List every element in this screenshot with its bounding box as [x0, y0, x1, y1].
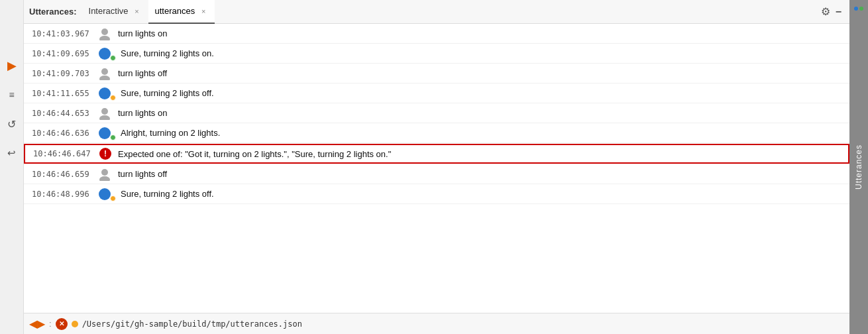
user-avatar: [98, 67, 111, 80]
tab-interactive[interactable]: Interactive ×: [82, 0, 148, 24]
blue-dot: [854, 7, 858, 11]
svg-point-5: [99, 87, 111, 99]
tab-interactive-close[interactable]: ×: [133, 7, 142, 16]
utterances-label: Utterances:: [29, 7, 77, 17]
tab-interactive-label: Interactive: [89, 6, 129, 16]
utterance-row: 10:46:44.653 turn lights on: [24, 103, 849, 123]
message-text: turn lights on: [118, 28, 167, 38]
timestamp: 10:41:03.967: [32, 29, 91, 38]
back-button[interactable]: ↩: [3, 144, 21, 162]
user-avatar: [98, 107, 111, 120]
tab-utterances[interactable]: utterances ×: [148, 0, 215, 24]
svg-point-8: [99, 127, 111, 139]
utterance-row: 10:46:46.636 Alright, turning on 2 light…: [24, 123, 849, 143]
svg-point-7: [99, 115, 110, 120]
timestamp: 10:46:48.996: [32, 190, 91, 199]
bot-avatar: [98, 47, 114, 60]
svg-point-6: [101, 108, 108, 115]
tab-utterances-close[interactable]: ×: [199, 7, 208, 16]
user-avatar: [98, 168, 111, 181]
utterance-row: 10:41:11.655 Sure, turning 2 lights off.: [24, 84, 849, 103]
utterance-row: 10:41:03.967 turn lights on: [24, 24, 849, 44]
error-icon: !: [99, 148, 111, 160]
svg-point-3: [101, 68, 108, 75]
message-text: Sure, turning 2 lights off.: [121, 189, 214, 199]
svg-point-4: [99, 76, 110, 80]
message-text: turn lights off: [118, 68, 167, 78]
svg-point-2: [99, 48, 111, 60]
timestamp: 10:46:46.647: [33, 149, 93, 158]
tab-bar: Utterances: Interactive × utterances × ⚙…: [24, 0, 849, 24]
message-text: turn lights on: [118, 108, 167, 118]
utterance-row: 10:46:48.996 Sure, turning 2 lights off.: [24, 184, 849, 204]
refresh-button[interactable]: ↺: [3, 115, 21, 133]
timestamp: 10:41:09.703: [32, 69, 91, 78]
svg-point-0: [101, 28, 108, 35]
tab-utterances-label: utterances: [155, 6, 195, 16]
green-dot: [859, 7, 863, 11]
utterance-row: 10:41:09.703 turn lights off: [24, 64, 849, 84]
bot-avatar: [98, 87, 114, 100]
left-sidebar: ▶ ≡ ↺ ↩: [0, 0, 24, 334]
play-icon: ◀▶: [29, 317, 45, 330]
warning-dot: [72, 321, 78, 327]
message-text: turn lights off: [118, 169, 167, 179]
sidebar-dots: [854, 7, 863, 11]
svg-point-11: [99, 188, 111, 200]
error-utterance-row: 10:46:46.647 ! Expected one of: "Got it,…: [24, 144, 849, 164]
message-text: Sure, turning 2 lights off.: [121, 88, 214, 98]
timestamp: 10:46:44.653: [32, 109, 91, 118]
list-button[interactable]: ≡: [3, 85, 21, 104]
user-avatar: [98, 27, 111, 40]
utterance-row: 10:46:46.659 turn lights off: [24, 164, 849, 184]
settings-button[interactable]: ⚙: [818, 3, 833, 21]
error-badge: ✕: [56, 318, 68, 330]
svg-point-9: [101, 169, 108, 176]
content-area: 10:41:03.967 turn lights on 10:41:09.695…: [24, 24, 849, 313]
right-sidebar[interactable]: Utterances: [849, 0, 868, 334]
right-sidebar-label: Utterances: [854, 144, 863, 190]
bot-avatar: [98, 188, 114, 201]
timestamp: 10:46:46.636: [32, 129, 91, 138]
error-message-text: Expected one of: "Got it, turning on 2 l…: [118, 149, 391, 159]
utterance-row: 10:41:09.695 Sure, turning 2 lights on.: [24, 44, 849, 64]
status-bar: ◀▶ : ✕ /Users/git/gh-sample/build/tmp/ut…: [24, 313, 849, 334]
timestamp: 10:41:11.655: [32, 89, 91, 98]
minimize-button[interactable]: −: [833, 3, 844, 21]
timestamp: 10:46:46.659: [32, 170, 91, 179]
message-text: Alright, turning on 2 lights.: [121, 128, 220, 138]
timestamp: 10:41:09.695: [32, 49, 91, 58]
separator: :: [49, 319, 52, 329]
file-path: /Users/git/gh-sample/build/tmp/utterance…: [82, 319, 302, 329]
bot-avatar: [98, 127, 114, 140]
play-button[interactable]: ▶: [3, 56, 21, 75]
svg-point-10: [99, 176, 110, 181]
svg-point-1: [99, 36, 110, 40]
message-text: Sure, turning 2 lights on.: [121, 48, 214, 58]
main-panel: Utterances: Interactive × utterances × ⚙…: [24, 0, 849, 334]
